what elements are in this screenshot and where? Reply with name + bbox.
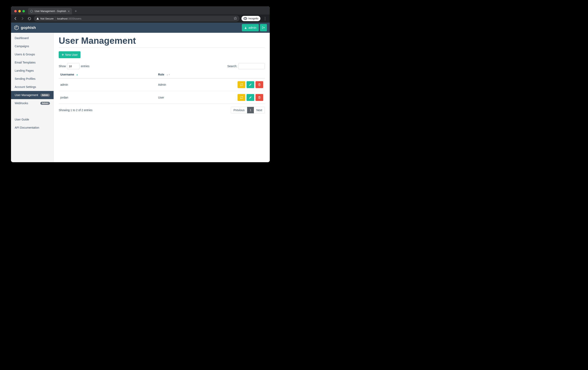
sort-asc-icon: ▲ [76,73,78,76]
svg-rect-9 [62,55,64,55]
tab-title: User Management - Gophish [35,10,66,13]
window-controls [13,10,27,14]
delete-button[interactable] [255,81,263,88]
table-row: jordan User [59,91,265,104]
minimize-window-button[interactable] [18,10,21,12]
warning-icon [36,17,39,20]
col-role[interactable]: Role ▲▼ [157,71,228,78]
col-username[interactable]: Username ▲ [59,71,157,78]
divider [59,47,265,48]
cell-username: admin [59,78,157,91]
svg-marker-1 [234,17,237,20]
pager-page-1[interactable]: 1 [247,107,254,113]
svg-point-6 [245,27,246,28]
sidebar-item-landing-pages[interactable]: Landing Pages [11,67,53,75]
new-user-label: New User [65,53,78,56]
browser-menu-icon[interactable]: ⋮ [262,16,268,21]
sidebar-item-label: Email Templates [15,61,35,64]
page-title: User Management [59,36,265,46]
logout-button[interactable] [260,24,267,31]
new-tab-button[interactable]: + [73,9,78,14]
brand-logo[interactable]: gophish [14,25,36,30]
sidebar-item-webhooks[interactable]: Webhooks Admin [11,99,53,107]
toolbar: Not Secure localhost:3333/users Incognit… [11,14,270,23]
sidebar-item-dashboard[interactable]: Dashboard [11,34,53,42]
table-footer: Showing 1 to 2 of 2 entries Previous 1 N… [59,107,265,113]
security-status: Not Secure [36,17,53,20]
table-header-row: Username ▲ Role ▲▼ [59,71,265,78]
edit-button[interactable] [247,94,254,101]
svg-marker-5 [14,25,19,30]
sidebar-item-label: Campaigns [15,45,29,48]
tab-favicon-icon [30,10,33,13]
col-actions [228,71,265,78]
tab-close-icon[interactable]: ✕ [68,10,70,13]
search-label: Search: [227,65,237,68]
admin-badge: Admin [40,94,50,97]
svg-rect-4 [244,18,247,18]
row-actions [230,81,263,88]
pager-prev[interactable]: Previous [231,107,247,113]
browser-tab[interactable]: User Management - Gophish ✕ [28,8,72,14]
user-icon [244,26,247,29]
close-window-button[interactable] [14,10,17,12]
sidebar-item-label: User Guide [15,118,29,121]
sidebar-item-users-groups[interactable]: Users & Groups [11,50,53,58]
users-table: Username ▲ Role ▲▼ admin Admin [59,71,265,104]
sidebar-item-campaigns[interactable]: Campaigns [11,42,53,50]
back-button[interactable] [13,16,18,21]
sidebar-item-user-guide[interactable]: User Guide [11,115,53,124]
sidebar-item-account-settings[interactable]: Account Settings [11,83,53,91]
app-navbar: gophish admin [11,23,270,33]
swap-icon [240,96,243,99]
url-text: localhost:3333/users [57,17,81,20]
delete-button[interactable] [255,94,263,101]
sort-both-icon: ▲▼ [166,73,170,76]
impersonate-button[interactable] [238,94,245,101]
edit-button[interactable] [247,81,254,88]
impersonate-button[interactable] [238,81,245,88]
user-menu-button[interactable]: admin [242,24,259,31]
browser-chrome: User Management - Gophish ✕ + Not Secure [11,6,270,23]
sidebar-item-api-docs[interactable]: API Documentation [11,124,53,132]
pager-next[interactable]: Next [254,107,265,113]
bookmark-icon[interactable] [234,17,237,20]
plus-icon [62,53,64,56]
table-info: Showing 1 to 2 of 2 entries [59,109,93,112]
sidebar-item-label: Landing Pages [15,69,34,72]
url-host: localhost [57,17,67,20]
sidebar-item-user-management[interactable]: User Management Admin [11,91,53,99]
sidebar-item-label: Dashboard [15,36,29,40]
search-input[interactable] [238,63,265,69]
incognito-badge[interactable]: Incognito [242,16,260,21]
cell-username: jordan [59,91,157,104]
main-content: User Management New User Show entries Se… [54,33,270,162]
maximize-window-button[interactable] [22,10,25,12]
row-actions [230,94,263,101]
svg-point-2 [244,18,245,19]
cell-role: Admin [157,78,228,91]
gophish-logo-icon [14,25,19,30]
sidebar-item-sending-profiles[interactable]: Sending Profiles [11,75,53,83]
incognito-label: Incognito [248,17,258,20]
trash-icon [258,96,261,99]
svg-marker-0 [30,10,33,12]
forward-button[interactable] [20,16,25,21]
swap-icon [240,83,243,86]
page-length-input[interactable] [67,63,80,69]
col-role-label: Role [158,73,164,76]
new-user-button[interactable]: New User [59,51,81,58]
address-bar[interactable]: Not Secure localhost:3333/users [34,15,239,21]
sidebar-item-label: Users & Groups [15,53,35,56]
url-path: :3333/users [67,17,81,20]
col-username-label: Username [60,73,74,76]
sidebar-item-label: Account Settings [15,85,36,89]
username-label: admin [249,26,256,29]
sidebar-item-label: User Management [15,93,38,97]
sidebar-item-email-templates[interactable]: Email Templates [11,58,53,67]
tab-strip: User Management - Gophish ✕ + [11,6,270,14]
sidebar-item-label: Sending Profiles [15,77,35,80]
sidebar-item-label: API Documentation [15,126,39,129]
pencil-icon [249,96,252,99]
reload-button[interactable] [27,16,32,21]
